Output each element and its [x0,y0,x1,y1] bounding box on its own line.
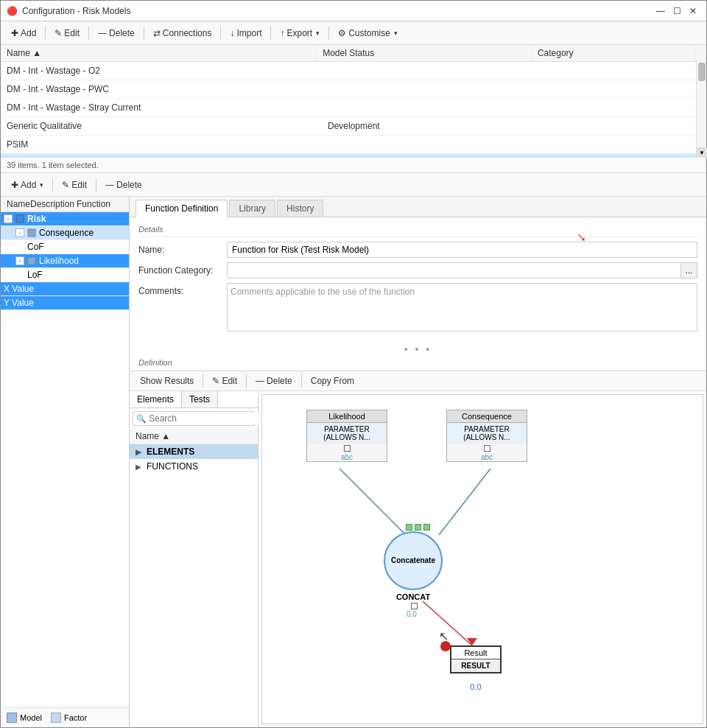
details-section: Details Name: Function Category: ... [130,217,706,342]
tab-function-definition[interactable]: Function Definition [136,200,228,217]
show-results-button[interactable]: Show Results [136,374,198,388]
window-title: Configuration - Risk Models [22,6,130,16]
elem-label2: FUNCTIONS [147,461,198,472]
minimize-button[interactable]: — [653,4,668,18]
tree-item-consequence[interactable]: - Consequence [1,226,129,240]
table-row-selected[interactable]: Test Risk Model Development [1,154,706,158]
def-edit-button[interactable]: ✎ Edit [208,374,242,388]
separator5 [270,27,271,40]
function-category-input[interactable] [227,262,681,279]
maximize-button[interactable]: ☐ [669,4,684,18]
port-in2 [415,524,421,531]
category-column-header[interactable]: Category [532,45,696,61]
tree-item-lof[interactable]: LoF [1,268,129,282]
tree-area: - Risk - Consequence [1,212,129,707]
selected-items: 1 item selected. [42,161,99,169]
legend-factor-box [51,713,61,723]
import-button[interactable]: ↓ Import [225,27,266,40]
node-likelihood-value: abc [307,453,387,461]
tabs-bar: Function Definition Library History [130,197,706,217]
comments-textarea[interactable]: Comments applicable to the use of the fu… [227,283,697,332]
status-column-header[interactable]: Model Status [317,45,532,61]
tab-library[interactable]: Library [229,200,275,217]
separator6 [328,27,329,40]
elem-tree-item-elements[interactable]: ▶ ELEMENTS [130,444,258,459]
name-input[interactable] [227,242,697,258]
node-likelihood-body: PARAMETER (ALLOWS N... [307,423,387,444]
tree-item-label: LoF [27,270,43,280]
tree-item-risk[interactable]: - Risk [1,212,129,226]
tab-elements[interactable]: Elements [130,391,182,407]
search-box[interactable]: 🔍 [133,411,255,426]
search-input[interactable] [149,413,259,424]
tab-history[interactable]: History [277,200,323,217]
add-button[interactable]: ✚ Add [7,27,41,40]
function-category-field: ... [227,262,697,279]
table-row[interactable]: DM - Int - Wastage - Stray Current [1,99,706,117]
copy-from-button[interactable]: Copy From [306,374,359,388]
scrollbar[interactable]: ▼ [696,61,706,158]
export-icon: ↑ [280,28,284,38]
bottom-delete-button[interactable]: — Delete [101,178,147,192]
scroll-thumb[interactable] [698,63,706,81]
node-consequence-title: Consequence [447,410,527,423]
node-concat: Concatenate [384,531,443,590]
delete-button[interactable]: — Delete [94,27,139,40]
port-out2 [484,445,490,452]
tree-item-yvalue[interactable]: Y Value [1,296,129,310]
elements-panel: Elements Tests 🔍 Name ▲ ▶ [130,391,258,727]
tree-item-label: Likelihood [39,256,79,266]
legend-area: Model Factor [1,707,129,727]
bottom-add-button[interactable]: ✚ Add [7,178,48,192]
concat-input-ports [406,524,430,531]
customise-button[interactable]: ⚙ Customise [334,27,402,40]
bottom-section: ✚ Add ✎ Edit — Delete Name Descripti [1,173,706,727]
name-column-header[interactable]: Name ▲ [1,45,317,61]
delete-icon: — [98,28,107,38]
node-consequence-ports [447,444,527,453]
tab-tests[interactable]: Tests [182,391,218,407]
node-likelihood-ports [307,444,387,453]
elem-tree-item-functions[interactable]: ▶ FUNCTIONS [130,459,258,474]
port-in3 [423,524,430,531]
table-row[interactable]: DM - Int - Wastage - O2 [1,62,706,80]
svg-rect-0 [16,215,24,223]
total-items: 39 items. [7,161,40,169]
top-table-section: Name ▲ Model Status Category DM - Int - … [1,45,706,158]
node-likelihood-title: Likelihood [307,410,387,423]
node-result-body: RESULT [451,659,500,672]
def-delete-button[interactable]: — Delete [251,374,297,388]
table-row[interactable]: PSIM [1,136,706,154]
legend-model-box [7,713,17,723]
def-sep1 [203,374,203,388]
resize-handle[interactable]: • • • [130,342,706,357]
tree-item-likelihood[interactable]: - Likelihood [1,254,129,268]
comments-label: Comments: [138,283,227,296]
connections-button[interactable]: ⇄ Connections [149,27,217,40]
svg-rect-2 [28,257,35,265]
node-consequence: Consequence PARAMETER (ALLOWS N... abc [446,410,527,462]
close-button[interactable]: ✕ [686,4,700,18]
definition-content: Elements Tests 🔍 Name ▲ ▶ [130,391,706,727]
bottom-add-icon: ✚ [11,180,18,190]
tree-item-icon [15,214,25,224]
legend-factor-label: Factor [64,713,87,722]
node-consequence-value: abc [447,453,527,461]
table-row[interactable]: DM - Int - Wastage - PWC [1,80,706,99]
scroll-down-btn[interactable]: ▼ [697,147,707,158]
bottom-edit-button[interactable]: ✎ Edit [57,178,91,192]
tree-item-xvalue[interactable]: X Value [1,282,129,296]
definition-toolbar: Show Results ✎ Edit — Delete Copy From [130,371,706,391]
tree-item-label: Consequence [39,228,94,238]
svg-rect-1 [28,229,35,237]
export-button[interactable]: ↑ Export [275,27,324,40]
bottom-sep2 [96,178,96,192]
def-delete-icon: — [256,376,264,386]
separator [45,27,46,40]
search-icon: 🔍 [136,414,147,424]
table-row[interactable]: Generic Qualitative Development [1,117,706,136]
definition-label: Definition [130,357,706,371]
function-category-browse-button[interactable]: ... [681,262,697,279]
edit-button[interactable]: ✎ Edit [50,27,84,40]
tree-item-cof[interactable]: CoF [1,240,129,254]
